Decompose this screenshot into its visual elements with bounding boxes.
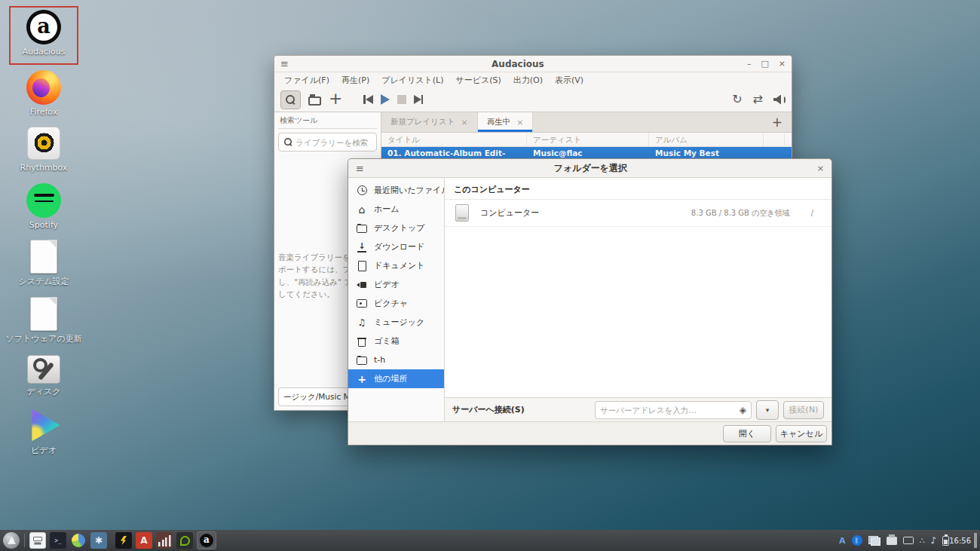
maximize-button[interactable]: □: [761, 60, 768, 68]
volume-button[interactable]: [773, 95, 786, 105]
tray-monitors-icon[interactable]: [868, 536, 880, 546]
window-controls: – □ ×: [747, 60, 786, 68]
taskbar-item-app-a[interactable]: [136, 532, 152, 549]
playlist-tab-label: 再生中: [487, 117, 511, 127]
sidebar-item-home[interactable]: ホーム: [348, 200, 444, 219]
hamburger-menu-icon[interactable]: ≡: [356, 164, 364, 173]
taskbar-item-settings[interactable]: [90, 532, 107, 549]
open-button[interactable]: 開く: [723, 425, 771, 442]
computer-label: コンピューター: [480, 207, 539, 219]
computer-row[interactable]: コンピューター 8.3 GB / 8.3 GB の空き領域 /: [445, 200, 831, 227]
next-button[interactable]: [414, 95, 424, 104]
cancel-button[interactable]: キャンセル: [776, 425, 827, 442]
tray-battery-icon[interactable]: [942, 536, 949, 546]
tray-audio-icon[interactable]: [931, 536, 937, 545]
desktop-icon-firefox[interactable]: Firefox: [9, 68, 78, 127]
search-tool-button[interactable]: [280, 90, 301, 109]
desktop-icon-software-update[interactable]: ソフトウェアの更新: [9, 294, 78, 353]
column-header[interactable]: アルバム: [649, 133, 764, 146]
tray-display-icon[interactable]: [903, 537, 914, 544]
library-search-input[interactable]: [296, 138, 372, 147]
dialog-action-bar: 開く キャンセル: [348, 421, 831, 445]
system-settings-icon: [30, 240, 57, 274]
desktop-icon-audacious[interactable]: Audacious: [9, 6, 78, 65]
sidebar-item-label: ビデオ: [374, 279, 400, 290]
column-header[interactable]: [764, 133, 785, 146]
sidebar-item-t-h[interactable]: t-h: [348, 350, 444, 369]
tray-printer-icon[interactable]: [887, 537, 897, 545]
sidebar-item-other-locations[interactable]: 他の場所: [348, 369, 444, 388]
desktop-icon-system-settings[interactable]: システム設定: [9, 237, 78, 295]
taskbar-item-file-manager[interactable]: [29, 532, 46, 549]
tray-bluetooth-icon[interactable]: [852, 535, 862, 546]
column-header[interactable]: [785, 133, 792, 146]
sidebar-item-desktop[interactable]: デスクトップ: [348, 219, 444, 237]
server-address-box: ◈: [595, 401, 752, 419]
sidebar-item-documents[interactable]: ドキュメント: [348, 256, 444, 275]
close-button[interactable]: ×: [779, 60, 786, 68]
show-desktop-button[interactable]: [974, 533, 977, 548]
menubar-item[interactable]: サービス(S): [450, 73, 506, 87]
close-button[interactable]: ×: [817, 164, 824, 173]
audacious-icon: [26, 10, 61, 44]
menubar-item[interactable]: プレイリスト(L): [376, 73, 449, 87]
taskbar-item-audacious[interactable]: [197, 531, 216, 549]
previous-button[interactable]: [363, 95, 373, 104]
add-playlist-tab-button[interactable]: +: [763, 112, 792, 132]
home-icon: [357, 204, 367, 215]
sidebar-item-pictures[interactable]: ピクチャ: [348, 294, 444, 313]
server-dropdown-button[interactable]: ▾: [756, 400, 779, 420]
sidebar-item-label: 他の場所: [374, 373, 407, 384]
desktop-icon-rhythmbox[interactable]: Rhythmbox: [9, 124, 78, 182]
connect-to-server-bar: サーバーへ接続(S) ◈ ▾ 接続(N): [445, 397, 831, 421]
add-files-button[interactable]: +: [329, 90, 342, 109]
tab-close-icon[interactable]: ×: [516, 118, 523, 127]
sidebar-item-recent[interactable]: 最近開いたファイル: [348, 181, 444, 200]
taskbar-clock[interactable]: 16:56: [949, 537, 971, 545]
taskbar-item-terminal[interactable]: [50, 532, 66, 549]
hamburger-menu-icon[interactable]: ≡: [280, 59, 289, 69]
desktop-icon-videos[interactable]: ビデオ: [9, 406, 78, 464]
computer-path: /: [811, 209, 813, 217]
tray-keyboard-layout-icon[interactable]: A: [839, 536, 846, 546]
filechooser-sidebar: 最近開いたファイルホームデスクトップダウンロードドキュメントビデオピクチャミュー…: [348, 178, 445, 421]
stop-button[interactable]: [397, 95, 406, 104]
menubar-item[interactable]: 再生(P): [336, 73, 375, 87]
column-header[interactable]: タイトル: [381, 133, 527, 146]
sidebar-item-downloads[interactable]: ダウンロード: [348, 237, 444, 256]
desktop-icon-disks[interactable]: ディスク: [9, 350, 78, 409]
taskbar-tray: A: [839, 535, 949, 546]
repeat-button[interactable]: ↻: [732, 93, 742, 106]
folder-chooser-dialog: ≡ フォルダーを選択 × 最近開いたファイルホームデスクトップダウンロードドキュ…: [348, 158, 832, 445]
minimize-button[interactable]: –: [747, 60, 752, 68]
taskbar-item-system-monitor[interactable]: [156, 532, 173, 549]
menubar-item[interactable]: 出力(O): [508, 73, 548, 87]
taskbar-item-media-player[interactable]: [115, 532, 132, 549]
desktop-icon-label: Audacious: [23, 47, 66, 57]
menubar-item[interactable]: 表示(V): [550, 73, 589, 87]
open-files-button[interactable]: [308, 94, 321, 106]
server-history-icon[interactable]: ◈: [740, 405, 746, 415]
connect-button[interactable]: 接続(N): [783, 401, 824, 419]
play-button[interactable]: [381, 94, 390, 105]
column-header[interactable]: アーティスト: [527, 133, 649, 146]
playlist-tab[interactable]: 再生中×: [478, 112, 534, 132]
menubar-item[interactable]: ファイル(F): [279, 73, 335, 87]
shuffle-button[interactable]: ⇄: [753, 93, 763, 106]
sidebar-item-music[interactable]: ミュージック: [348, 313, 444, 332]
search-icon: [284, 138, 292, 146]
sidebar-item-label: ピクチャ: [374, 298, 408, 309]
taskbar-item-disk-usage[interactable]: [70, 532, 87, 549]
desktop-icon-label: ビデオ: [31, 445, 57, 456]
app-menu-button[interactable]: [3, 532, 20, 549]
desktop-icon-spotify[interactable]: Spotify: [9, 181, 78, 240]
tab-close-icon[interactable]: ×: [461, 118, 467, 127]
server-address-input[interactable]: [600, 406, 736, 415]
sidebar-item-trash[interactable]: ゴミ箱: [348, 332, 444, 350]
playlist-tab[interactable]: 新規プレイリスト×: [381, 112, 478, 132]
folder-open-icon: [308, 96, 321, 106]
download-icon: [357, 242, 367, 253]
taskbar-item-nvidia[interactable]: [176, 532, 193, 549]
sidebar-item-videos[interactable]: ビデオ: [348, 275, 444, 294]
tray-network-icon[interactable]: [920, 537, 925, 545]
